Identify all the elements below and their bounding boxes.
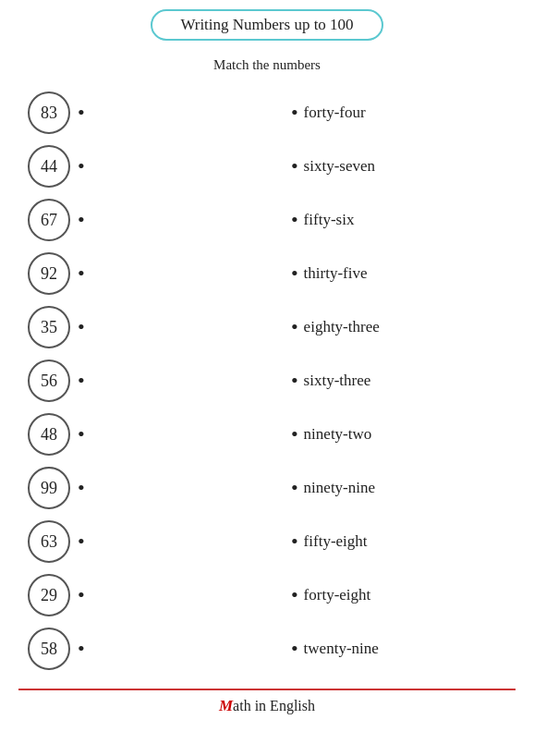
right-dot: • [291, 422, 298, 446]
left-side: 29 • [28, 574, 243, 616]
left-dot: • [78, 369, 85, 393]
match-row: 44 • • sixty-seven [18, 140, 516, 193]
number-circle: 44 [28, 145, 70, 188]
footer-text: Math in English [219, 698, 315, 713]
word-text: ninety-nine [304, 479, 375, 497]
number-circle: 29 [28, 574, 70, 616]
left-dot: • [78, 208, 85, 232]
right-side: • forty-four [291, 101, 506, 125]
number-circle: 67 [28, 199, 70, 241]
number-circle: 58 [28, 628, 70, 670]
left-side: 35 • [28, 306, 243, 348]
left-dot: • [78, 530, 85, 554]
left-dot: • [78, 101, 85, 125]
right-dot: • [291, 369, 298, 393]
match-row: 92 • • thirty-five [18, 247, 516, 300]
right-dot: • [291, 315, 298, 339]
left-dot: • [78, 637, 85, 661]
number-circle: 63 [28, 520, 70, 563]
right-dot: • [291, 262, 298, 286]
number-circle: 92 [28, 252, 70, 295]
match-row: 99 • • ninety-nine [18, 461, 516, 515]
right-dot: • [291, 208, 298, 232]
title-box: Writing Numbers up to 100 [151, 9, 382, 41]
left-dot: • [78, 154, 85, 178]
footer: Math in English [18, 689, 516, 715]
left-side: 44 • [28, 145, 243, 188]
number-circle: 83 [28, 91, 70, 134]
match-row: 58 • • twenty-nine [18, 622, 516, 676]
matching-container: 83 • • forty-four 44 • • sixty-seven 67 … [18, 86, 516, 676]
left-dot: • [78, 422, 85, 446]
right-dot: • [291, 154, 298, 178]
left-dot: • [78, 476, 85, 500]
word-text: forty-eight [304, 586, 371, 604]
right-side: • forty-eight [291, 583, 506, 607]
word-text: twenty-nine [304, 640, 379, 658]
right-side: • sixty-three [291, 369, 506, 393]
left-side: 83 • [28, 91, 243, 134]
right-side: • sixty-seven [291, 154, 506, 178]
right-dot: • [291, 530, 298, 554]
word-text: forty-four [304, 104, 366, 122]
right-dot: • [291, 637, 298, 661]
number-circle: 56 [28, 360, 70, 402]
left-dot: • [78, 315, 85, 339]
right-side: • eighty-three [291, 315, 506, 339]
right-dot: • [291, 583, 298, 607]
word-text: thirty-five [304, 264, 368, 283]
number-circle: 99 [28, 467, 70, 509]
match-row: 48 • • ninety-two [18, 408, 516, 461]
footer-ath: ath in English [233, 698, 315, 713]
match-row: 56 • • sixty-three [18, 354, 516, 408]
right-side: • fifty-six [291, 208, 506, 232]
left-dot: • [78, 262, 85, 286]
match-row: 29 • • forty-eight [18, 568, 516, 622]
left-side: 56 • [28, 360, 243, 402]
right-side: • ninety-two [291, 422, 506, 446]
left-side: 58 • [28, 628, 243, 670]
number-circle: 48 [28, 413, 70, 456]
right-dot: • [291, 476, 298, 500]
word-text: eighty-three [304, 318, 380, 336]
match-row: 83 • • forty-four [18, 86, 516, 140]
match-row: 35 • • eighty-three [18, 300, 516, 354]
number-circle: 35 [28, 306, 70, 348]
left-dot: • [78, 583, 85, 607]
left-side: 67 • [28, 199, 243, 241]
word-text: sixty-seven [304, 157, 375, 176]
page-title: Writing Numbers up to 100 [180, 16, 353, 33]
word-text: ninety-two [304, 425, 372, 444]
word-text: fifty-eight [304, 532, 368, 551]
right-side: • ninety-nine [291, 476, 506, 500]
word-text: sixty-three [304, 372, 371, 390]
right-side: • fifty-eight [291, 530, 506, 554]
footer-m: M [219, 697, 233, 714]
match-row: 63 • • fifty-eight [18, 515, 516, 568]
word-text: fifty-six [304, 211, 355, 229]
match-row: 67 • • fifty-six [18, 193, 516, 247]
left-side: 48 • [28, 413, 243, 456]
right-side: • thirty-five [291, 262, 506, 286]
right-dot: • [291, 101, 298, 125]
left-side: 63 • [28, 520, 243, 563]
left-side: 92 • [28, 252, 243, 295]
right-side: • twenty-nine [291, 637, 506, 661]
left-side: 99 • [28, 467, 243, 509]
subtitle: Match the numbers [213, 57, 321, 73]
